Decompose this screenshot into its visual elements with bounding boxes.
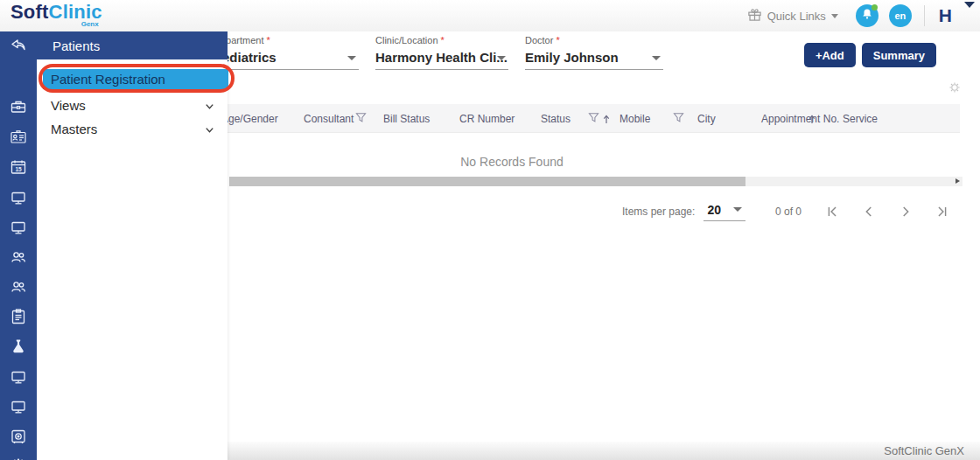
topbar-actions: Quick Links en H bbox=[747, 0, 968, 31]
patients-menu-panel: Patients Patient Registration Views Mast… bbox=[37, 31, 228, 460]
chevron-down-icon bbox=[831, 14, 838, 18]
clipboard-icon[interactable] bbox=[10, 308, 27, 325]
pagination-bar: Items per page: 20 0 of 0 bbox=[622, 199, 950, 224]
page-range-label: 0 of 0 bbox=[775, 206, 802, 218]
monitor-icon[interactable] bbox=[10, 189, 27, 206]
footer: SoftClinic GenX bbox=[228, 442, 980, 460]
items-per-page-label: Items per page: bbox=[622, 206, 695, 218]
back-arrow-icon[interactable] bbox=[10, 37, 27, 54]
dropdown-arrow-icon bbox=[497, 56, 506, 60]
next-page-button[interactable] bbox=[898, 204, 914, 220]
first-page-button[interactable] bbox=[824, 204, 840, 220]
column-city[interactable]: City bbox=[697, 113, 716, 125]
empty-state-message: No Records Found bbox=[228, 155, 796, 169]
notification-badge bbox=[872, 4, 878, 10]
pagination-nav bbox=[824, 204, 950, 220]
app-window: SoftClinic Genx Quick Links bbox=[0, 0, 980, 460]
column-status[interactable]: Status bbox=[541, 113, 570, 125]
dropdown-arrow-icon bbox=[347, 56, 356, 60]
department-select[interactable]: Department * Pediatrics bbox=[214, 35, 359, 70]
page-size-select[interactable]: 20 bbox=[704, 203, 746, 221]
bell-icon bbox=[861, 8, 873, 24]
page-size-value: 20 bbox=[707, 203, 721, 217]
add-button[interactable]: +Add bbox=[804, 43, 856, 67]
column-mobile[interactable]: Mobile bbox=[620, 113, 650, 125]
department-value: Pediatrics bbox=[214, 50, 359, 65]
column-service[interactable]: Service bbox=[843, 113, 878, 125]
sort-up-icon[interactable] bbox=[808, 115, 816, 124]
sidebar: 15 bbox=[0, 31, 37, 460]
column-consultant[interactable]: Consultant bbox=[304, 113, 354, 125]
menu-item-patient-registration[interactable]: Patient Registration bbox=[43, 69, 228, 89]
chevron-down-icon bbox=[204, 100, 215, 115]
chevron-down-icon bbox=[204, 123, 215, 138]
doctor-value: Emily Johnson bbox=[525, 50, 663, 65]
users-icon[interactable] bbox=[10, 278, 27, 296]
menu-header-label: Patients bbox=[52, 38, 100, 53]
calendar-icon[interactable]: 15 bbox=[10, 158, 27, 176]
column-appointment-no[interactable]: Appointment No. bbox=[761, 113, 839, 125]
menu-item-views[interactable]: Views bbox=[37, 94, 228, 115]
top-bar: SoftClinic Genx Quick Links bbox=[0, 0, 980, 31]
table-header-row: Age/Gender Consultant Bill Status CR Num… bbox=[228, 104, 960, 133]
menu-item-masters[interactable]: Masters bbox=[37, 118, 228, 139]
svg-text:15: 15 bbox=[15, 166, 22, 172]
filter-icon[interactable] bbox=[588, 112, 599, 123]
menu-item-label: Views bbox=[51, 98, 86, 113]
doctor-select[interactable]: Doctor * Emily Johnson bbox=[525, 35, 663, 70]
column-bill-status[interactable]: Bill Status bbox=[383, 113, 430, 125]
scrollbar-thumb[interactable] bbox=[229, 177, 746, 186]
previous-page-button[interactable] bbox=[861, 204, 877, 220]
required-marker: * bbox=[556, 35, 559, 45]
clinic-value: Harmony Health Cli... bbox=[375, 50, 508, 65]
clinic-location-select[interactable]: Clinic/Location * Harmony Health Cli... bbox=[375, 35, 508, 70]
dropdown-arrow-icon bbox=[652, 56, 661, 60]
flask-icon[interactable] bbox=[10, 338, 27, 355]
language-button[interactable]: en bbox=[889, 4, 912, 27]
required-marker: * bbox=[267, 35, 270, 45]
scroll-right-arrow-icon[interactable] bbox=[956, 178, 960, 184]
users-icon[interactable] bbox=[10, 248, 27, 266]
monitor-icon[interactable] bbox=[10, 219, 27, 236]
summary-button[interactable]: Summary bbox=[862, 43, 936, 67]
clinic-label: Clinic/Location bbox=[375, 35, 438, 45]
id-card-icon[interactable] bbox=[10, 129, 27, 146]
user-avatar[interactable]: H bbox=[939, 5, 952, 26]
safe-icon[interactable] bbox=[10, 428, 27, 445]
doctor-label: Doctor bbox=[525, 35, 553, 45]
dropdown-arrow-icon bbox=[733, 207, 742, 212]
logo-text-soft: Soft bbox=[10, 1, 49, 23]
brand-logo: SoftClinic Genx bbox=[10, 3, 102, 28]
horizontal-scrollbar[interactable] bbox=[229, 177, 962, 186]
menu-header: Patients bbox=[37, 31, 228, 59]
filter-icon[interactable] bbox=[355, 112, 367, 123]
sort-up-icon[interactable] bbox=[602, 115, 611, 124]
language-label: en bbox=[894, 10, 906, 21]
column-age-gender[interactable]: Age/Gender bbox=[221, 113, 278, 125]
required-marker: * bbox=[441, 35, 444, 45]
last-page-button[interactable] bbox=[934, 204, 950, 220]
action-buttons: +Add Summary bbox=[804, 43, 936, 67]
briefcase-icon[interactable] bbox=[10, 98, 27, 115]
quick-links-button[interactable]: Quick Links bbox=[747, 7, 838, 24]
gift-icon bbox=[747, 7, 762, 24]
monitor-icon[interactable] bbox=[10, 398, 27, 415]
column-cr-number[interactable]: CR Number bbox=[459, 113, 514, 125]
profile-chevron-icon[interactable] bbox=[964, 2, 975, 8]
notifications-button[interactable] bbox=[856, 4, 878, 27]
footer-brand-label: SoftClinic GenX bbox=[884, 444, 964, 457]
menu-item-label: Patient Registration bbox=[51, 72, 165, 87]
menu-item-label: Masters bbox=[51, 122, 97, 136]
quick-links-label: Quick Links bbox=[767, 10, 826, 23]
filter-row: Department * Pediatrics Clinic/Location … bbox=[214, 35, 663, 70]
topbar-divider bbox=[924, 5, 925, 26]
filter-icon[interactable] bbox=[673, 112, 684, 123]
gear-icon[interactable] bbox=[948, 80, 962, 94]
monitor-icon[interactable] bbox=[10, 368, 27, 386]
